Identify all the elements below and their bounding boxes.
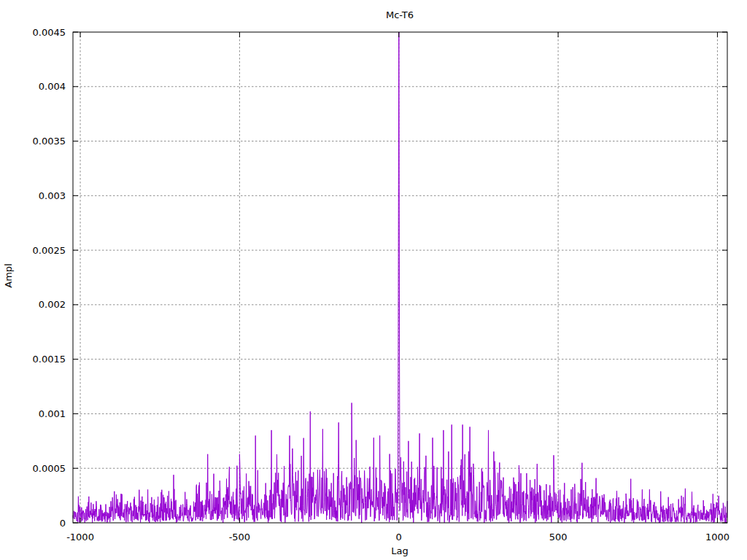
y-tick-label: 0.004 xyxy=(39,81,66,92)
x-tick-label: 500 xyxy=(549,532,568,542)
y-tick-label: 0.0025 xyxy=(33,245,66,256)
x-tick-label: -1000 xyxy=(66,532,94,542)
y-tick-label: 0.0035 xyxy=(33,136,66,147)
grid-lines xyxy=(73,32,727,523)
y-tick-labels: 00.00050.0010.00150.0020.00250.0030.0035… xyxy=(33,27,66,529)
y-tick-label: 0.0005 xyxy=(33,463,66,474)
x-axis-label: Lag xyxy=(391,545,408,556)
chart-canvas: Mc-T6 Ampl Lag -1000-50005001000 00.0005… xyxy=(0,0,747,560)
y-tick-label: 0.002 xyxy=(39,299,66,310)
x-tick-label: 0 xyxy=(396,532,402,542)
y-tick-label: 0.001 xyxy=(39,408,66,419)
x-tick-labels: -1000-50005001000 xyxy=(66,532,729,542)
y-tick-label: 0 xyxy=(60,518,66,529)
y-axis-label: Ampl xyxy=(3,263,14,287)
y-tick-label: 0.0045 xyxy=(33,27,66,38)
plot-border-rect xyxy=(73,32,727,523)
x-tick-label: 1000 xyxy=(705,532,729,542)
chart-figure: Mc-T6 Ampl Lag -1000-50005001000 00.0005… xyxy=(0,0,747,560)
y-tick-label: 0.0015 xyxy=(33,354,66,365)
series-line xyxy=(73,32,727,523)
plot-border xyxy=(73,32,727,523)
tick-marks xyxy=(73,32,727,523)
data-series xyxy=(73,32,727,523)
chart-title: Mc-T6 xyxy=(386,9,414,20)
y-tick-label: 0.003 xyxy=(39,190,66,201)
x-tick-label: -500 xyxy=(229,532,251,542)
